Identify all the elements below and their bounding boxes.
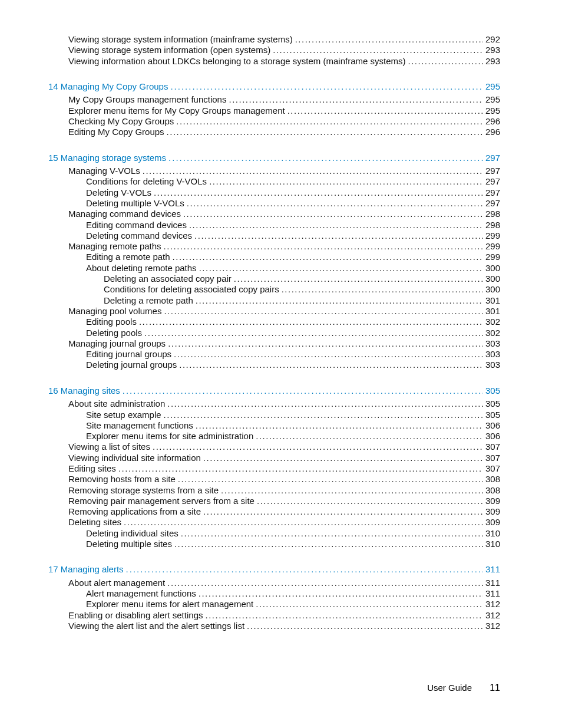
toc-leader-dots: ........................................… <box>144 328 483 338</box>
toc-entry[interactable]: About site administration ..............… <box>68 398 500 409</box>
toc-entry-title: Site management functions <box>86 420 193 431</box>
toc-chapter[interactable]: 17 Managing alerts .....................… <box>48 564 500 575</box>
toc-entry-title: 15 Managing storage systems <box>48 152 166 164</box>
toc-entry-title: Removing hosts from a site <box>68 474 176 485</box>
toc-entry-page: 303 <box>485 360 500 370</box>
toc-entry[interactable]: Removing applications from a site ......… <box>68 506 500 517</box>
toc-entry-page: 301 <box>485 295 500 306</box>
toc-entry[interactable]: Viewing individual site information ....… <box>68 453 500 463</box>
toc-entry[interactable]: Explorer menu items for My Copy Groups m… <box>68 106 500 116</box>
toc-entry[interactable]: Deleting sites .........................… <box>68 517 500 528</box>
toc-entry-title: About site administration <box>68 398 165 409</box>
toc-entry[interactable]: Editing a remote path ..................… <box>86 252 500 262</box>
toc-entry-page: 311 <box>485 578 500 588</box>
toc-entry-page: 299 <box>485 241 500 252</box>
toc-entry[interactable]: Managing V-VOLs ........................… <box>68 166 500 176</box>
toc-entry[interactable]: Conditions for deleting V-VOLs .........… <box>86 176 500 187</box>
toc-entry-title: Editing sites <box>68 463 116 474</box>
toc-entry[interactable]: Editing sites ..........................… <box>68 463 500 474</box>
toc-entry-page: 295 <box>485 81 500 93</box>
toc-entry-page: 311 <box>485 564 500 575</box>
toc-entry[interactable]: Deleting a remote path .................… <box>104 295 500 306</box>
toc-entry[interactable]: Editing pools ..........................… <box>86 317 500 327</box>
toc-entry[interactable]: About deleting remote paths ............… <box>86 263 500 274</box>
toc-entry-title: Viewing storage system information (open… <box>68 45 270 55</box>
toc-entry[interactable]: Deleting command devices ...............… <box>86 230 500 241</box>
toc-entry[interactable]: Explorer menu items for alert management… <box>86 599 500 610</box>
toc-entry[interactable]: Removing hosts from a site .............… <box>68 474 500 485</box>
toc-chapter[interactable]: 14 Managing My Copy Groups .............… <box>48 81 500 93</box>
toc-entry-page: 300 <box>485 284 500 295</box>
toc-entry[interactable]: Deleting multiple sites ................… <box>86 539 500 549</box>
toc-entry[interactable]: Site management functions ..............… <box>86 420 500 431</box>
toc-entry[interactable]: Viewing a list of sites ................… <box>68 442 500 452</box>
toc-entry[interactable]: Managing remote paths ..................… <box>68 241 500 252</box>
toc-entry[interactable]: Deleting pools .........................… <box>86 328 500 338</box>
toc-entry[interactable]: Deleting an associated copy pair .......… <box>104 274 500 284</box>
toc-leader-dots: ........................................… <box>153 442 483 452</box>
toc-entry[interactable]: Removing storage systems from a site ...… <box>68 485 500 496</box>
toc-entry-page: 307 <box>485 453 500 463</box>
toc-entry[interactable]: Managing pool volumes ..................… <box>68 306 500 317</box>
toc-entry[interactable]: Editing journal groups .................… <box>86 349 500 360</box>
toc-entry[interactable]: My Copy Groups management functions ....… <box>68 94 500 105</box>
toc-entry[interactable]: Alert management functions .............… <box>86 588 500 599</box>
toc-entry[interactable]: Explorer menu items for site administrat… <box>86 431 500 442</box>
toc-chapter[interactable]: 16 Managing sites ......................… <box>48 385 500 397</box>
toc-leader-dots: ........................................… <box>154 187 483 198</box>
toc-leader-dots: ........................................… <box>221 485 483 496</box>
toc-leader-dots: ........................................… <box>196 295 483 306</box>
toc-leader-dots: ........................................… <box>203 506 483 517</box>
toc-entry-page: 297 <box>485 198 500 209</box>
toc-entry-title: Removing pair management servers from a … <box>68 496 254 506</box>
toc-entry-page: 307 <box>485 442 500 452</box>
toc-entry-page: 298 <box>485 209 500 219</box>
toc-entry-title: 16 Managing sites <box>48 385 120 397</box>
toc-entry-page: 303 <box>485 349 500 360</box>
toc-entry-page: 311 <box>485 588 500 599</box>
toc-entry-title: Viewing storage system information (main… <box>68 34 293 45</box>
toc-leader-dots: ........................................… <box>256 431 483 442</box>
toc-entry-page: 309 <box>485 517 500 528</box>
toc-entry-page: 306 <box>485 431 500 442</box>
toc-entry-title: Checking My Copy Groups <box>68 116 174 127</box>
toc-entry[interactable]: Managing journal groups ................… <box>68 338 500 349</box>
toc-leader-dots: ........................................… <box>143 166 483 176</box>
toc-entry-title: Alert management functions <box>86 588 196 599</box>
toc-entry[interactable]: Editing command devices ................… <box>86 220 500 230</box>
toc-entry[interactable]: Viewing information about LDKCs belongin… <box>68 56 500 67</box>
toc-entry-page: 295 <box>485 106 500 116</box>
toc-leader-dots: ........................................… <box>126 564 483 575</box>
toc-entry-title: Managing pool volumes <box>68 306 161 317</box>
toc-entry[interactable]: Viewing storage system information (main… <box>68 34 500 45</box>
toc-entry[interactable]: About alert management .................… <box>68 578 500 588</box>
toc-entry-page: 309 <box>485 506 500 517</box>
toc-leader-dots: ........................................… <box>167 578 483 588</box>
toc-entry[interactable]: Deleting V-VOLs ........................… <box>86 187 500 198</box>
toc-entry[interactable]: Deleting individual sites ..............… <box>86 528 500 539</box>
toc-entry[interactable]: Site setup example .....................… <box>86 410 500 420</box>
toc-chapter[interactable]: 15 Managing storage systems ............… <box>48 152 500 164</box>
toc-entry[interactable]: Viewing the alert list and the alert set… <box>68 621 500 631</box>
toc-entry[interactable]: Deleting journal groups ................… <box>86 360 500 370</box>
toc-entry[interactable]: Deleting multiple V-VOLs ...............… <box>86 198 500 209</box>
toc-leader-dots: ........................................… <box>295 34 483 45</box>
toc-entry[interactable]: Checking My Copy Groups ................… <box>68 116 500 127</box>
toc-entry-page: 305 <box>485 398 500 409</box>
toc-leader-dots: ........................................… <box>229 94 483 105</box>
toc-entry-page: 307 <box>485 463 500 474</box>
toc-entry-page: 302 <box>485 328 500 338</box>
toc-entry-page: 295 <box>485 94 500 105</box>
toc-entry[interactable]: Viewing storage system information (open… <box>68 45 500 55</box>
toc-leader-dots: ........................................… <box>196 420 483 431</box>
toc-entry[interactable]: Conditions for deleting associated copy … <box>104 284 500 295</box>
toc-entry[interactable]: Enabling or disabling alert settings ...… <box>68 610 500 621</box>
toc-entry-title: Explorer menu items for site administrat… <box>86 431 253 442</box>
toc-entry-page: 305 <box>485 410 500 420</box>
toc-leader-dots: ........................................… <box>168 152 483 164</box>
toc-entry-title: Deleting an associated copy pair <box>104 274 232 284</box>
toc-entry[interactable]: Removing pair management servers from a … <box>68 496 500 506</box>
toc-entry[interactable]: Managing command devices ...............… <box>68 209 500 219</box>
toc-leader-dots: ........................................… <box>124 517 483 528</box>
toc-entry[interactable]: Editing My Copy Groups .................… <box>68 127 500 137</box>
